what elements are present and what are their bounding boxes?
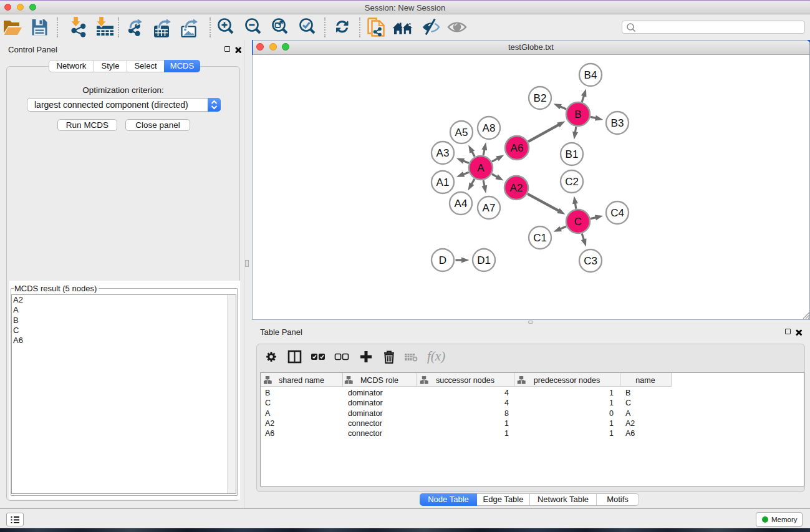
svg-text:B: B (574, 109, 581, 120)
svg-text:A: A (477, 162, 485, 174)
svg-text:A8: A8 (483, 122, 496, 134)
svg-text:A1: A1 (436, 177, 450, 188)
svg-text:C3: C3 (584, 255, 597, 267)
svg-text:A5: A5 (455, 127, 468, 138)
svg-text:C1: C1 (533, 232, 547, 244)
svg-text:A3: A3 (436, 147, 450, 159)
svg-text:A6: A6 (511, 142, 524, 154)
svg-text:C: C (574, 216, 582, 228)
svg-text:A2: A2 (510, 182, 523, 194)
svg-text:B3: B3 (611, 117, 624, 129)
svg-text:B2: B2 (534, 92, 547, 104)
svg-text:C4: C4 (610, 207, 624, 219)
svg-text:B1: B1 (566, 148, 579, 160)
svg-text:D1: D1 (477, 254, 491, 266)
svg-text:A7: A7 (483, 202, 496, 214)
svg-text:B4: B4 (584, 69, 597, 81)
svg-text:D: D (439, 254, 446, 266)
svg-text:A4: A4 (455, 198, 468, 210)
svg-text:C2: C2 (565, 176, 579, 188)
